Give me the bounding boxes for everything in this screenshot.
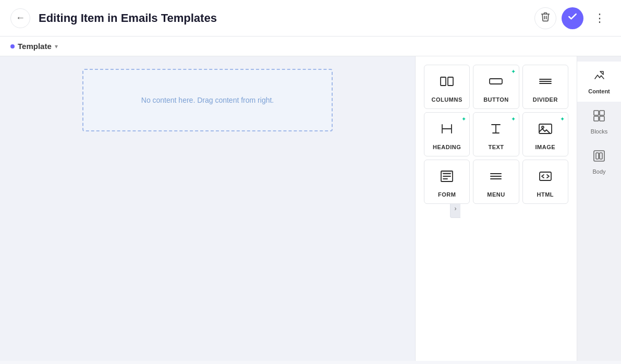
svg-point-7 (542, 126, 544, 128)
content-items-grid: COLUMNS ✦ BUTTON (424, 65, 568, 204)
button-icon (488, 73, 504, 92)
text-icon (488, 120, 504, 140)
breadcrumb-label: Template (18, 42, 52, 51)
form-icon (439, 168, 455, 187)
chevron-down-icon[interactable]: ▾ (55, 43, 58, 50)
heading-label: HEADING (433, 144, 461, 150)
sidebar-tab-content[interactable]: Content (577, 62, 621, 102)
canvas-panel: No content here. Drag content from right… (0, 56, 415, 361)
right-panel: › COLUMNS ✦ (415, 56, 621, 361)
content-tab-icon (592, 69, 606, 86)
html-icon (537, 168, 554, 187)
chevron-right-icon: › (455, 205, 457, 212)
delete-button[interactable] (534, 7, 556, 29)
svg-rect-18 (594, 111, 599, 115)
body-tab-label: Body (592, 168, 605, 175)
menu-icon (488, 168, 504, 187)
blocks-tab-label: Blocks (591, 128, 607, 135)
svg-rect-2 (490, 79, 502, 84)
button-sparkle-icon: ✦ (511, 68, 516, 75)
menu-label: MENU (487, 191, 505, 198)
image-icon (537, 120, 554, 140)
svg-rect-0 (441, 77, 446, 86)
delete-icon (540, 11, 551, 25)
sidebar-tabs: Content Blocks (577, 56, 621, 361)
breadcrumb-dot (10, 44, 15, 48)
html-label: HTML (537, 191, 554, 198)
page-header: ← Editing Item in Emails Templates (0, 0, 621, 37)
content-item-heading[interactable]: ✦ HEADING (424, 112, 470, 156)
content-tab-label: Content (588, 88, 610, 94)
svg-marker-17 (600, 71, 603, 75)
page-title: Editing Item in Emails Templates (39, 11, 217, 25)
svg-rect-19 (600, 111, 604, 115)
columns-icon (439, 73, 455, 92)
confirm-button[interactable] (562, 7, 583, 29)
header-left: ← Editing Item in Emails Templates (10, 8, 217, 28)
form-label: FORM (438, 191, 456, 198)
heading-sparkle-icon: ✦ (461, 116, 466, 123)
blocks-tab-icon (592, 109, 606, 126)
svg-rect-21 (600, 116, 604, 121)
svg-rect-1 (448, 77, 453, 86)
content-item-form[interactable]: FORM (424, 160, 470, 204)
columns-label: COLUMNS (432, 96, 462, 103)
content-item-divider[interactable]: DIVIDER (522, 65, 568, 109)
image-sparkle-icon: ✦ (560, 116, 565, 123)
divider-label: DIVIDER (533, 96, 558, 103)
svg-rect-23 (596, 153, 599, 159)
heading-icon (439, 120, 455, 140)
image-label: IMAGE (535, 144, 556, 150)
back-icon: ← (16, 13, 25, 23)
body-tab-icon (592, 149, 606, 166)
content-grid-panel: COLUMNS ✦ BUTTON (415, 56, 577, 361)
content-item-text[interactable]: ✦ TEXT (473, 112, 519, 156)
content-item-columns[interactable]: COLUMNS (424, 65, 470, 109)
sidebar-tab-body[interactable]: Body (577, 142, 621, 182)
more-icon: ⋮ (594, 11, 605, 25)
svg-rect-12 (441, 171, 453, 174)
sidebar-tab-blocks[interactable]: Blocks (577, 102, 621, 142)
checkmark-icon (567, 11, 578, 25)
content-item-menu[interactable]: MENU (473, 160, 519, 204)
svg-rect-24 (600, 153, 602, 159)
text-label: TEXT (488, 144, 504, 150)
header-right: ⋮ (534, 7, 611, 29)
divider-icon (537, 73, 554, 92)
text-sparkle-icon: ✦ (511, 116, 516, 123)
svg-rect-20 (594, 116, 599, 121)
button-label: BUTTON (483, 96, 509, 103)
content-item-button[interactable]: ✦ BUTTON (473, 65, 519, 109)
svg-rect-6 (539, 124, 552, 134)
canvas-drop-zone[interactable]: No content here. Drag content from right… (82, 69, 333, 131)
canvas-placeholder-text: No content here. Drag content from right… (141, 96, 274, 104)
svg-rect-22 (594, 151, 604, 161)
more-button[interactable]: ⋮ (589, 7, 611, 29)
breadcrumb: Template ▾ (0, 37, 621, 56)
main-layout: No content here. Drag content from right… (0, 56, 621, 361)
back-button[interactable]: ← (10, 8, 30, 28)
content-item-html[interactable]: HTML (522, 160, 568, 204)
content-item-image[interactable]: ✦ IMAGE (522, 112, 568, 156)
